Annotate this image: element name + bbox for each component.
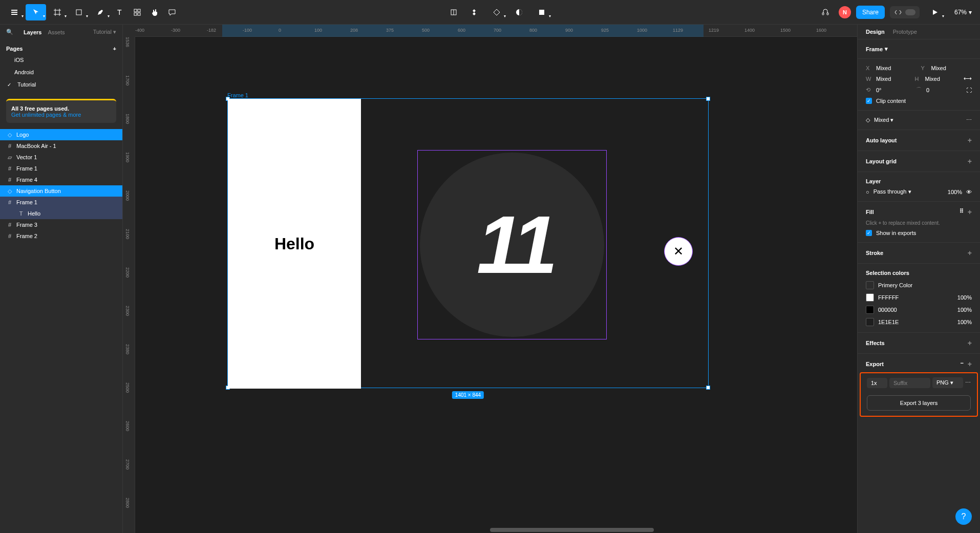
dark-mode-icon[interactable]: [511, 4, 527, 20]
canvas-area[interactable]: -400-300-182-100010020837550060070080090…: [123, 25, 857, 533]
color-swatch[interactable]: [866, 318, 874, 326]
layer-name: Frame 1: [16, 165, 37, 172]
w-input[interactable]: Mixed: [876, 76, 911, 82]
hello-text[interactable]: Hello: [274, 234, 314, 253]
audio-icon[interactable]: [817, 4, 834, 20]
logo-component[interactable]: 11: [420, 153, 604, 337]
add-autolayout-button[interactable]: +: [968, 136, 972, 144]
tab-prototype[interactable]: Prototype: [893, 29, 917, 35]
frame-label[interactable]: Frame 1: [227, 92, 248, 98]
color-swatch[interactable]: [866, 306, 874, 314]
independent-corners-icon[interactable]: ⛶: [966, 87, 972, 93]
h-input[interactable]: Mixed: [925, 76, 960, 82]
add-layoutgrid-button[interactable]: +: [968, 157, 972, 165]
text-tool[interactable]: T: [112, 4, 128, 20]
layer-item[interactable]: #Frame 4: [0, 174, 122, 185]
svg-rect-16: [539, 10, 544, 15]
mask-tool[interactable]: ▾: [486, 4, 507, 20]
upgrade-link[interactable]: Get unlimited pages & more: [11, 112, 111, 118]
clip-checkbox[interactable]: ✓: [866, 98, 872, 104]
layer-item[interactable]: ◇Navigation Button: [0, 185, 122, 197]
export-suffix-input[interactable]: Suffix: [889, 378, 930, 388]
color-row[interactable]: Primery Color: [866, 281, 972, 289]
page-item-ios[interactable]: iOS: [6, 54, 116, 66]
color-swatch[interactable]: [866, 293, 874, 302]
tab-design[interactable]: Design: [866, 29, 885, 35]
plugins-tool[interactable]: ▾: [531, 4, 552, 20]
dev-mode-toggle[interactable]: [890, 6, 920, 18]
color-row[interactable]: 000000100%: [866, 306, 972, 314]
svg-rect-7: [76, 10, 81, 15]
upgrade-banner[interactable]: All 3 free pages used. Get unlimited pag…: [6, 99, 116, 123]
hand-tool[interactable]: [146, 4, 163, 20]
resources-tool[interactable]: [129, 4, 145, 20]
color-row[interactable]: FFFFFF100%: [866, 293, 972, 302]
mixed-dropdown[interactable]: Mixed ▾: [874, 117, 893, 123]
layer-name: Frame 2: [16, 233, 37, 239]
component-icon[interactable]: [466, 4, 482, 20]
remove-export-button[interactable]: −: [960, 360, 963, 368]
reset-icon[interactable]: [445, 4, 462, 20]
blend-dropdown[interactable]: Pass through ▾: [874, 188, 911, 195]
layer-item[interactable]: #Frame 2: [0, 230, 122, 242]
layer-item[interactable]: ◇Logo: [0, 129, 122, 140]
more-icon[interactable]: ⋯: [966, 117, 972, 123]
horizontal-scrollbar[interactable]: [490, 528, 654, 532]
add-fill-button[interactable]: +: [968, 208, 972, 216]
user-avatar[interactable]: N: [839, 6, 851, 18]
add-stroke-button[interactable]: +: [968, 249, 972, 257]
tab-assets[interactable]: Assets: [48, 29, 65, 35]
top-toolbar: ▾ ▾ ▾ ▾ ▾ T ▾ ▾ N Share ▾ 67% ▾: [0, 0, 980, 25]
frame-tool[interactable]: ▾: [47, 4, 68, 20]
share-button[interactable]: Share: [856, 6, 885, 19]
add-export-button[interactable]: +: [968, 360, 972, 368]
add-effect-button[interactable]: +: [968, 339, 972, 347]
layer-opacity[interactable]: 100%: [948, 189, 962, 195]
page-item-tutorial[interactable]: Tutorial: [6, 78, 116, 91]
search-icon[interactable]: 🔍: [6, 29, 13, 35]
resize-handle-tr[interactable]: [706, 97, 710, 101]
export-scale-input[interactable]: 1x: [867, 378, 887, 388]
page-item-android[interactable]: Android: [6, 66, 116, 78]
layer-item[interactable]: #Frame 1: [0, 197, 122, 208]
frame-type-dropdown[interactable]: Frame ▾: [866, 46, 972, 52]
export-more-icon[interactable]: ⋯: [965, 379, 971, 386]
export-button[interactable]: Export 3 layers: [867, 395, 971, 411]
radius-input[interactable]: 0: [926, 87, 962, 93]
color-swatch[interactable]: [866, 281, 874, 289]
main-menu-button[interactable]: ▾: [4, 4, 25, 20]
layers-list: ◇Logo#MacBook Air - 1▱Vector 1#Frame 1#F…: [0, 127, 122, 533]
export-format-dropdown[interactable]: PNG ▾: [932, 377, 963, 388]
add-page-button[interactable]: +: [113, 46, 116, 52]
y-input[interactable]: Mixed: [931, 65, 972, 71]
help-button[interactable]: ?: [955, 508, 972, 525]
fill-styles-icon[interactable]: ⠿: [960, 208, 964, 216]
shape-tool[interactable]: ▾: [69, 4, 89, 20]
move-tool[interactable]: ▾: [26, 4, 46, 20]
fill-hint: Click + to replace mixed content.: [866, 220, 972, 226]
layer-item[interactable]: #Frame 1: [0, 163, 122, 174]
present-button[interactable]: ▾: [925, 4, 945, 20]
layer-item[interactable]: THello: [0, 208, 122, 219]
color-row[interactable]: 1E1E1E100%: [866, 318, 972, 326]
resize-handle-br[interactable]: [706, 386, 710, 390]
selection-box[interactable]: 1401 × 844 Hello 11 ✕: [227, 98, 709, 388]
constrain-icon[interactable]: ⟷: [964, 75, 972, 82]
frame-icon: #: [6, 199, 13, 206]
frame-1-canvas[interactable]: Hello: [228, 99, 361, 389]
zoom-level[interactable]: 67% ▾: [950, 9, 976, 16]
tab-layers[interactable]: Layers: [24, 29, 41, 35]
svg-rect-2: [11, 14, 17, 15]
x-input[interactable]: Mixed: [876, 65, 917, 71]
rotation-input[interactable]: 0°: [876, 87, 912, 93]
page-dropdown[interactable]: Tutorial ▾: [93, 29, 116, 35]
pen-tool[interactable]: ▾: [90, 4, 111, 20]
visibility-icon[interactable]: 👁: [966, 189, 972, 195]
frame-icon: #: [6, 221, 13, 228]
layer-item[interactable]: #Frame 3: [0, 219, 122, 230]
comment-tool[interactable]: [164, 4, 180, 20]
layer-item[interactable]: #MacBook Air - 1: [0, 140, 122, 152]
layer-item[interactable]: ▱Vector 1: [0, 152, 122, 163]
show-exports-checkbox[interactable]: ✓: [866, 230, 872, 236]
navigation-button-component[interactable]: ✕: [664, 237, 693, 266]
